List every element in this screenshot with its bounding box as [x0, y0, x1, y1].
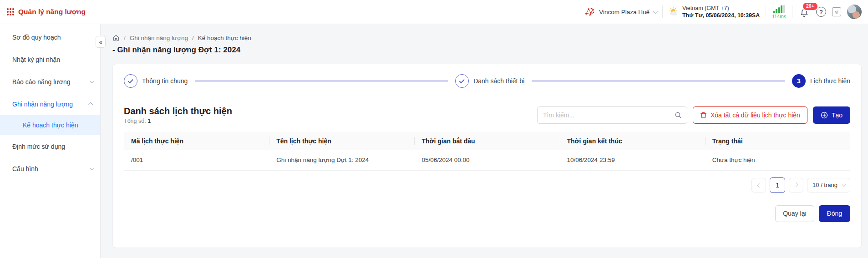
chevron-down-icon: [90, 79, 94, 83]
chevron-up-icon: [88, 102, 93, 107]
search-input[interactable]: [537, 106, 687, 124]
breadcrumb-item-current[interactable]: Kế hoạch thực hiện: [198, 35, 251, 41]
plus-circle-icon: [821, 111, 828, 119]
delete-all-button[interactable]: Xóa tất cả dữ liệu lịch thực hiện: [693, 106, 807, 124]
home-icon[interactable]: [112, 34, 120, 41]
sidebar-item-label: Cấu hình: [12, 165, 38, 172]
table-row[interactable]: /001 Ghi nhận năng lượng Đợt 1: 2024 05/…: [124, 150, 850, 170]
sidebar-item-so-do-quy-hoach[interactable]: Sơ đồ quy hoạch: [0, 26, 100, 48]
search-icon: [675, 111, 682, 119]
column-header: Tên lịch thực hiện: [269, 132, 414, 150]
step-done-check-icon: [455, 74, 469, 88]
delete-all-label: Xóa tất cả dữ liệu lịch thực hiện: [711, 111, 800, 119]
step-done-check-icon: [124, 74, 137, 88]
signal-bars-icon: [773, 5, 785, 13]
chevron-down-icon: [653, 9, 658, 14]
sidebar-item-ghi-nhan-nang-luong[interactable]: Ghi nhận năng lượng: [0, 93, 100, 115]
app-title: Quản lý năng lượng: [18, 8, 86, 16]
total-label: Tổng số:: [124, 118, 146, 124]
breadcrumb-separator: /: [192, 35, 194, 41]
datetime-label: Thứ Tư, 05/06/2024, 10:39SA: [682, 12, 760, 19]
weather-icon: [669, 7, 679, 17]
latency-label: 114ms: [772, 14, 786, 19]
connection-status: 114ms: [772, 5, 786, 19]
cell-ten-lich: Ghi nhận năng lượng Đợt 1: 2024: [269, 150, 414, 170]
notification-badge: 20+: [802, 2, 818, 11]
step-thong-tin-chung[interactable]: Thông tin chung: [124, 74, 188, 88]
column-header: Thời gian kết thúc: [560, 132, 705, 150]
content-card: Thông tin chung Danh sách thiết bị 3 Lịc…: [112, 64, 862, 248]
pagination: 1 10 / trang: [124, 177, 850, 193]
total-count: Tổng số: 1: [124, 118, 232, 124]
sidebar-nav: Sơ đồ quy hoạch Nhật ký ghi nhận Báo cáo…: [0, 24, 101, 258]
locale-block: Vietnam (GMT +7) Thứ Tư, 05/06/2024, 10:…: [669, 5, 760, 20]
next-page-button[interactable]: [789, 178, 803, 192]
divider: [792, 5, 792, 18]
step-connector: [532, 81, 785, 81]
cell-thoi-gian-ket-thuc: 10/06/2024 23:59: [560, 150, 705, 170]
page-number-button[interactable]: 1: [770, 177, 785, 193]
cell-ma-lich: /001: [124, 150, 269, 170]
breadcrumb-item[interactable]: Ghi nhận năng lượng: [130, 35, 188, 41]
divider: [766, 5, 766, 18]
chevron-down-icon: [90, 166, 94, 170]
create-label: Tạo: [832, 111, 843, 119]
app-logo[interactable]: Quản lý năng lượng: [0, 8, 86, 16]
site-name: Vincom Plaza Huế: [599, 9, 650, 15]
page-title: - Ghi nhận năng lượng Đợt 1: 2024: [112, 46, 240, 55]
sidebar-item-label: Ghi nhận năng lượng: [12, 101, 73, 108]
create-button[interactable]: Tạo: [813, 106, 850, 124]
user-avatar[interactable]: [847, 5, 862, 19]
breadcrumb-separator: /: [124, 35, 126, 41]
divider: [662, 5, 663, 18]
schedule-table: Mã lịch thực hiện Tên lịch thực hiện Thờ…: [124, 132, 850, 171]
language-switcher[interactable]: vi: [832, 7, 841, 16]
grid-menu-icon: [7, 8, 14, 15]
section-title: Danh sách lịch thực hiện: [124, 106, 232, 116]
chevron-down-icon: [842, 182, 846, 187]
sidebar-item-label: Báo cáo năng lượng: [12, 78, 71, 86]
network-icon: [584, 7, 595, 17]
sidebar-item-ke-hoach-thuc-hien[interactable]: Kế hoạch thực hiện: [0, 115, 100, 135]
back-button[interactable]: Quay lại: [775, 205, 814, 222]
card-footer: Quay lại Đóng: [124, 205, 850, 222]
sidebar-collapse-button[interactable]: «: [96, 36, 106, 48]
top-header: Quản lý năng lượng Vincom Plaza Huế: [0, 0, 868, 24]
sidebar-item-label: Kế hoạch thực hiện: [23, 121, 78, 129]
prev-page-button[interactable]: [751, 178, 766, 192]
step-danh-sach-thiet-bi[interactable]: Danh sách thiết bị: [455, 74, 524, 88]
sidebar-item-label: Sơ đồ quy hoạch: [12, 34, 61, 41]
language-label: vi: [835, 10, 838, 15]
section-header: Danh sách lịch thực hiện Tổng số: 1: [124, 106, 850, 124]
breadcrumb: / Ghi nhận năng lượng / Kế hoạch thực hi…: [112, 34, 251, 41]
question-icon: ?: [819, 9, 823, 15]
sidebar-item-cau-hinh[interactable]: Cấu hình: [0, 157, 100, 180]
step-number-badge: 3: [792, 74, 806, 88]
sidebar-item-label: Nhật ký ghi nhận: [12, 56, 60, 63]
table-header-row: Mã lịch thực hiện Tên lịch thực hiện Thờ…: [124, 132, 850, 150]
column-header: Mã lịch thực hiện: [124, 132, 269, 150]
column-header: Thời gian bắt đầu: [414, 132, 559, 150]
notifications-button[interactable]: 20+: [798, 6, 810, 18]
page-size-label: 10 / trang: [812, 182, 838, 188]
step-label: Danh sách thiết bị: [473, 77, 524, 85]
step-connector: [195, 81, 448, 81]
sidebar-item-dinh-muc-su-dung[interactable]: Định mức sử dụng: [0, 135, 100, 157]
main-content: « / Ghi nhận năng lượng / Kế hoạch thực …: [101, 24, 868, 258]
sidebar-item-nhat-ky-ghi-nhan[interactable]: Nhật ký ghi nhận: [0, 48, 100, 71]
cell-trang-thai: Chưa thực hiện: [705, 150, 850, 170]
total-value: 1: [147, 118, 151, 124]
step-label: Lịch thực hiện: [810, 77, 850, 85]
cell-thoi-gian-bat-dau: 05/06/2024 00:00: [414, 150, 559, 170]
stepper: Thông tin chung Danh sách thiết bị 3 Lịc…: [124, 74, 850, 88]
chevron-left-icon: [757, 183, 761, 187]
region-label: Vietnam (GMT +7): [682, 5, 760, 12]
collapse-icon: «: [99, 39, 102, 46]
step-lich-thuc-hien[interactable]: 3 Lịch thực hiện: [792, 74, 850, 88]
site-selector[interactable]: Vincom Plaza Huế: [584, 7, 656, 17]
close-button[interactable]: Đóng: [819, 205, 850, 222]
page-size-select[interactable]: 10 / trang: [807, 178, 850, 192]
sidebar-item-bao-cao-nang-luong[interactable]: Báo cáo năng lượng: [0, 71, 100, 93]
trash-icon: [700, 111, 707, 119]
sidebar-item-label: Định mức sử dụng: [12, 143, 65, 150]
